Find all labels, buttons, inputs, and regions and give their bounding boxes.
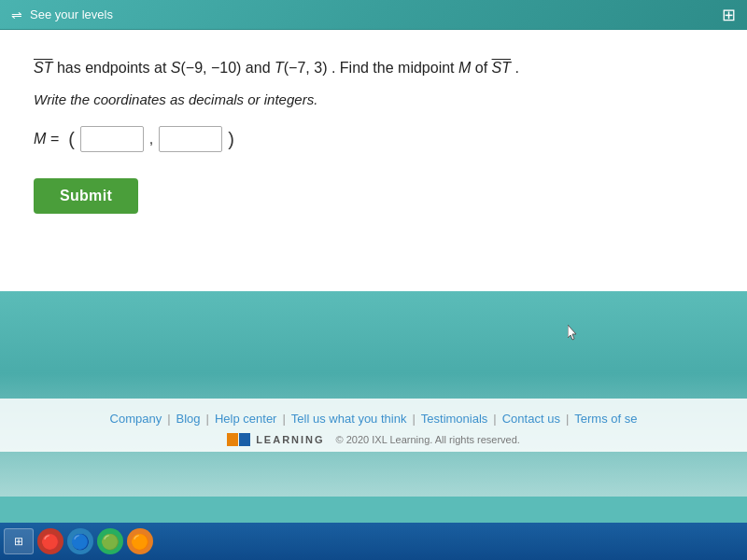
taskbar-icon-red[interactable]: 🔴: [37, 528, 63, 554]
problem-statement: ST has endpoints at S(−9, −10) and T(−7,…: [34, 56, 713, 80]
main-content-area: ST has endpoints at S(−9, −10) and T(−7,…: [0, 30, 747, 291]
problem-text-p1: has endpoints at: [57, 60, 171, 76]
copyright-text: © 2020 IXL Learning. All rights reserved…: [336, 434, 520, 445]
taskbar: ⊞ 🔴 🔵 🟢 🟠: [0, 523, 747, 560]
footer-link-contact[interactable]: Contact us: [497, 412, 566, 426]
period: .: [514, 60, 518, 76]
answer-input-row: M = ( , ): [34, 126, 713, 152]
footer-link-help[interactable]: Help center: [209, 412, 282, 426]
line-label-2: ST: [492, 60, 511, 76]
comma-separator: ,: [149, 131, 153, 147]
footer-link-blog[interactable]: Blog: [171, 412, 206, 426]
footer-brand: LEARNING © 2020 IXL Learning. All rights…: [0, 433, 747, 446]
logo-box-blue: [239, 433, 250, 446]
footer-links-row: Company | Blog | Help center | Tell us w…: [0, 412, 747, 426]
x-coordinate-input[interactable]: [80, 126, 144, 152]
header-bar: ⇌ See your levels ⊞: [0, 0, 747, 30]
instruction-text: Write the coordinates as decimals or int…: [34, 91, 713, 107]
footer-link-terms[interactable]: Terms of se: [569, 412, 642, 426]
taskbar-icon-blue[interactable]: 🔵: [67, 528, 93, 554]
line-label: ST: [34, 60, 52, 76]
s-coords: (−9, −10): [180, 60, 241, 76]
taskbar-icon-green[interactable]: 🟢: [97, 528, 123, 554]
header-title: See your levels: [30, 7, 113, 21]
teal-background: Company | Blog | Help center | Tell us w…: [0, 291, 747, 497]
y-coordinate-input[interactable]: [159, 126, 222, 152]
footer-link-company[interactable]: Company: [105, 412, 168, 426]
problem-text-p2: . Find the midpoint: [331, 60, 458, 76]
m-equals-label: M =: [34, 131, 59, 147]
taskbar-icon-orange[interactable]: 🟠: [127, 528, 153, 554]
network-icon: ⊞: [722, 5, 736, 25]
brand-learning-text: LEARNING: [256, 434, 324, 445]
footer-link-testimonials[interactable]: Testimonials: [416, 412, 494, 426]
footer: Company | Blog | Help center | Tell us w…: [0, 399, 747, 452]
logo-box-orange: [227, 433, 238, 446]
conjunction: and: [246, 60, 275, 76]
open-paren: (: [68, 130, 75, 148]
taskbar-start-button[interactable]: ⊞: [4, 528, 34, 554]
close-paren: ): [228, 130, 234, 148]
levels-icon: ⇌: [11, 7, 22, 22]
point-s: S: [171, 60, 181, 76]
point-t: T: [275, 60, 284, 76]
t-coords: (−7, 3): [284, 60, 328, 76]
footer-link-feedback[interactable]: Tell us what you think: [286, 412, 413, 426]
ixl-logo: [227, 433, 250, 446]
submit-button[interactable]: Submit: [34, 178, 138, 214]
problem-text-p3: of: [475, 60, 492, 76]
midpoint-m-label: M: [458, 60, 471, 76]
